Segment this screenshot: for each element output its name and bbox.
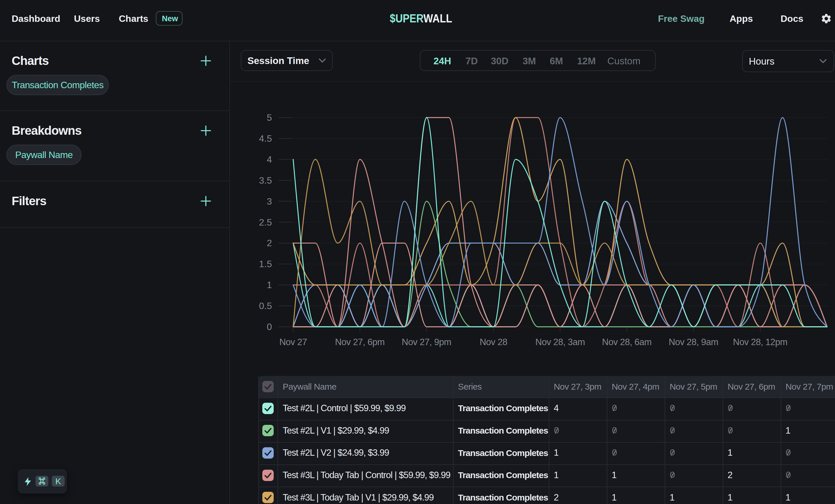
svg-text:1.5: 1.5: [259, 259, 272, 269]
svg-text:Nov 27: Nov 27: [279, 337, 307, 347]
svg-text:3.5: 3.5: [259, 175, 272, 186]
svg-text:Nov 28, 9am: Nov 28, 9am: [669, 337, 718, 347]
svg-text:3: 3: [267, 196, 272, 207]
svg-text:5: 5: [267, 112, 272, 123]
svg-text:Nov 28, 6am: Nov 28, 6am: [602, 337, 652, 347]
svg-text:Nov 28, 3am: Nov 28, 3am: [535, 337, 585, 347]
svg-text:0.5: 0.5: [259, 300, 272, 311]
svg-text:2.5: 2.5: [259, 217, 272, 228]
svg-text:4.5: 4.5: [259, 133, 272, 144]
svg-text:Nov 27, 9pm: Nov 27, 9pm: [402, 337, 451, 347]
svg-text:1: 1: [267, 280, 272, 290]
svg-text:0: 0: [267, 321, 272, 332]
svg-text:Nov 27, 6pm: Nov 27, 6pm: [335, 337, 385, 347]
svg-text:Nov 28, 12pm: Nov 28, 12pm: [733, 337, 788, 347]
svg-text:4: 4: [267, 154, 272, 165]
svg-text:Nov 28: Nov 28: [480, 337, 507, 347]
svg-text:2: 2: [267, 238, 272, 248]
